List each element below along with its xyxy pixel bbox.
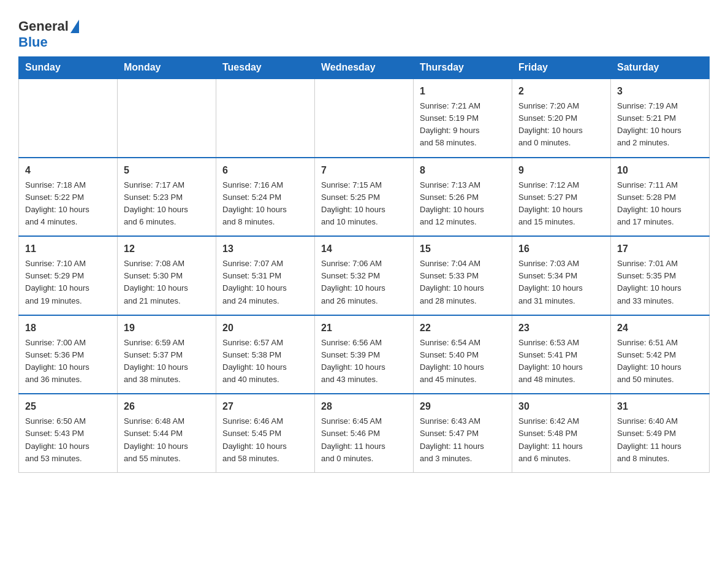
day-number: 26 — [124, 399, 210, 414]
day-info: Sunrise: 6:48 AM Sunset: 5:44 PM Dayligh… — [124, 415, 210, 465]
weekday-header-row: SundayMondayTuesdayWednesdayThursdayFrid… — [19, 57, 710, 79]
day-number: 6 — [222, 163, 308, 178]
day-info: Sunrise: 7:16 AM Sunset: 5:24 PM Dayligh… — [222, 179, 308, 229]
calendar-day-empty — [19, 79, 118, 158]
day-info: Sunrise: 7:06 AM Sunset: 5:32 PM Dayligh… — [321, 258, 407, 307]
weekday-header-thursday: Thursday — [414, 57, 512, 79]
day-number: 18 — [25, 321, 111, 335]
day-info: Sunrise: 7:18 AM Sunset: 5:22 PM Dayligh… — [25, 179, 111, 229]
weekday-header-wednesday: Wednesday — [315, 57, 414, 79]
day-info: Sunrise: 6:40 AM Sunset: 5:49 PM Dayligh… — [617, 415, 703, 465]
day-info: Sunrise: 7:12 AM Sunset: 5:27 PM Dayligh… — [518, 179, 604, 229]
calendar-day-8: 8Sunrise: 7:13 AM Sunset: 5:26 PM Daylig… — [414, 158, 512, 237]
calendar-day-4: 4Sunrise: 7:18 AM Sunset: 5:22 PM Daylig… — [19, 158, 118, 237]
day-info: Sunrise: 6:51 AM Sunset: 5:42 PM Dayligh… — [617, 337, 703, 386]
day-number: 22 — [420, 321, 506, 335]
day-number: 13 — [222, 242, 308, 256]
calendar-day-27: 27Sunrise: 6:46 AM Sunset: 5:45 PM Dayli… — [216, 394, 315, 472]
day-info: Sunrise: 7:01 AM Sunset: 5:35 PM Dayligh… — [617, 258, 703, 307]
calendar-day-6: 6Sunrise: 7:16 AM Sunset: 5:24 PM Daylig… — [216, 158, 315, 237]
day-info: Sunrise: 7:04 AM Sunset: 5:33 PM Dayligh… — [420, 258, 506, 307]
calendar-day-13: 13Sunrise: 7:07 AM Sunset: 5:31 PM Dayli… — [216, 236, 315, 315]
day-info: Sunrise: 7:17 AM Sunset: 5:23 PM Dayligh… — [124, 179, 210, 229]
calendar-week-row: 25Sunrise: 6:50 AM Sunset: 5:43 PM Dayli… — [19, 394, 710, 472]
calendar-day-28: 28Sunrise: 6:45 AM Sunset: 5:46 PM Dayli… — [315, 394, 414, 472]
day-info: Sunrise: 7:00 AM Sunset: 5:36 PM Dayligh… — [25, 337, 111, 386]
day-info: Sunrise: 6:57 AM Sunset: 5:38 PM Dayligh… — [222, 337, 308, 386]
calendar-day-18: 18Sunrise: 7:00 AM Sunset: 5:36 PM Dayli… — [19, 315, 118, 394]
day-info: Sunrise: 7:19 AM Sunset: 5:21 PM Dayligh… — [617, 100, 703, 150]
page-header: GeneralBlue — [18, 12, 710, 50]
day-number: 27 — [222, 399, 308, 414]
day-info: Sunrise: 6:59 AM Sunset: 5:37 PM Dayligh… — [124, 337, 210, 386]
day-number: 14 — [321, 242, 407, 256]
calendar-week-row: 1Sunrise: 7:21 AM Sunset: 5:19 PM Daylig… — [19, 79, 710, 158]
day-number: 28 — [321, 399, 407, 414]
day-info: Sunrise: 7:15 AM Sunset: 5:25 PM Dayligh… — [321, 179, 407, 229]
logo-general: General — [18, 18, 69, 34]
day-info: Sunrise: 6:53 AM Sunset: 5:41 PM Dayligh… — [518, 337, 604, 386]
calendar-day-15: 15Sunrise: 7:04 AM Sunset: 5:33 PM Dayli… — [414, 236, 512, 315]
calendar-day-29: 29Sunrise: 6:43 AM Sunset: 5:47 PM Dayli… — [414, 394, 512, 472]
calendar-day-2: 2Sunrise: 7:20 AM Sunset: 5:20 PM Daylig… — [512, 79, 611, 158]
weekday-header-tuesday: Tuesday — [216, 57, 315, 79]
calendar-day-21: 21Sunrise: 6:56 AM Sunset: 5:39 PM Dayli… — [315, 315, 414, 394]
day-number: 25 — [25, 399, 111, 414]
day-number: 15 — [420, 242, 506, 256]
calendar-table: SundayMondayTuesdayWednesdayThursdayFrid… — [18, 56, 710, 473]
day-number: 8 — [420, 163, 506, 178]
calendar-day-12: 12Sunrise: 7:08 AM Sunset: 5:30 PM Dayli… — [118, 236, 216, 315]
calendar-day-22: 22Sunrise: 6:54 AM Sunset: 5:40 PM Dayli… — [414, 315, 512, 394]
weekday-header-saturday: Saturday — [611, 57, 710, 79]
day-number: 29 — [420, 399, 506, 414]
logo-blue: Blue — [18, 34, 48, 50]
day-number: 9 — [518, 163, 604, 178]
calendar-day-14: 14Sunrise: 7:06 AM Sunset: 5:32 PM Dayli… — [315, 236, 414, 315]
day-number: 21 — [321, 321, 407, 335]
calendar-day-31: 31Sunrise: 6:40 AM Sunset: 5:49 PM Dayli… — [611, 394, 710, 472]
day-number: 19 — [124, 321, 210, 335]
day-info: Sunrise: 7:11 AM Sunset: 5:28 PM Dayligh… — [617, 179, 703, 229]
day-number: 4 — [25, 163, 111, 178]
day-number: 10 — [617, 163, 703, 178]
weekday-header-sunday: Sunday — [19, 57, 118, 79]
day-number: 30 — [518, 399, 604, 414]
day-info: Sunrise: 7:20 AM Sunset: 5:20 PM Dayligh… — [518, 100, 604, 150]
day-number: 11 — [25, 242, 111, 256]
day-info: Sunrise: 6:42 AM Sunset: 5:48 PM Dayligh… — [518, 415, 604, 465]
day-number: 31 — [617, 399, 703, 414]
logo-triangle-icon — [70, 20, 79, 33]
calendar-week-row: 18Sunrise: 7:00 AM Sunset: 5:36 PM Dayli… — [19, 315, 710, 394]
calendar-day-24: 24Sunrise: 6:51 AM Sunset: 5:42 PM Dayli… — [611, 315, 710, 394]
calendar-day-16: 16Sunrise: 7:03 AM Sunset: 5:34 PM Dayli… — [512, 236, 611, 315]
calendar-day-empty — [118, 79, 216, 158]
calendar-day-11: 11Sunrise: 7:10 AM Sunset: 5:29 PM Dayli… — [19, 236, 118, 315]
day-number: 24 — [617, 321, 703, 335]
calendar-day-7: 7Sunrise: 7:15 AM Sunset: 5:25 PM Daylig… — [315, 158, 414, 237]
calendar-day-5: 5Sunrise: 7:17 AM Sunset: 5:23 PM Daylig… — [118, 158, 216, 237]
day-info: Sunrise: 7:07 AM Sunset: 5:31 PM Dayligh… — [222, 258, 308, 307]
day-info: Sunrise: 6:56 AM Sunset: 5:39 PM Dayligh… — [321, 337, 407, 386]
calendar-day-1: 1Sunrise: 7:21 AM Sunset: 5:19 PM Daylig… — [414, 79, 512, 158]
day-number: 12 — [124, 242, 210, 256]
calendar-day-19: 19Sunrise: 6:59 AM Sunset: 5:37 PM Dayli… — [118, 315, 216, 394]
calendar-day-empty — [315, 79, 414, 158]
calendar-week-row: 11Sunrise: 7:10 AM Sunset: 5:29 PM Dayli… — [19, 236, 710, 315]
day-number: 17 — [617, 242, 703, 256]
weekday-header-monday: Monday — [118, 57, 216, 79]
day-number: 16 — [518, 242, 604, 256]
calendar-day-17: 17Sunrise: 7:01 AM Sunset: 5:35 PM Dayli… — [611, 236, 710, 315]
day-info: Sunrise: 6:46 AM Sunset: 5:45 PM Dayligh… — [222, 415, 308, 465]
day-number: 23 — [518, 321, 604, 335]
calendar-day-25: 25Sunrise: 6:50 AM Sunset: 5:43 PM Dayli… — [19, 394, 118, 472]
logo: GeneralBlue — [18, 18, 79, 50]
day-info: Sunrise: 7:08 AM Sunset: 5:30 PM Dayligh… — [124, 258, 210, 307]
calendar-day-10: 10Sunrise: 7:11 AM Sunset: 5:28 PM Dayli… — [611, 158, 710, 237]
day-number: 7 — [321, 163, 407, 178]
day-info: Sunrise: 6:43 AM Sunset: 5:47 PM Dayligh… — [420, 415, 506, 465]
calendar-day-9: 9Sunrise: 7:12 AM Sunset: 5:27 PM Daylig… — [512, 158, 611, 237]
day-info: Sunrise: 6:50 AM Sunset: 5:43 PM Dayligh… — [25, 415, 111, 465]
day-number: 2 — [518, 84, 604, 99]
calendar-day-23: 23Sunrise: 6:53 AM Sunset: 5:41 PM Dayli… — [512, 315, 611, 394]
calendar-day-empty — [216, 79, 315, 158]
